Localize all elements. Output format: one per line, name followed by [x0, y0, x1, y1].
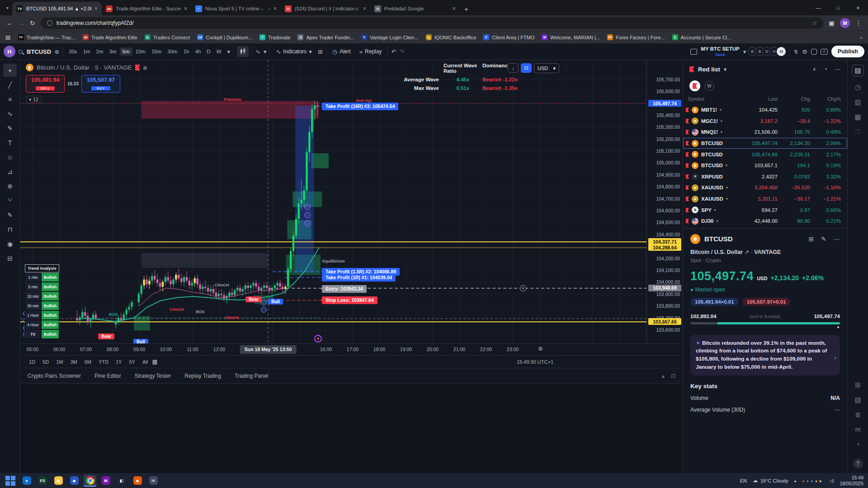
firefox-icon[interactable]: ◆: [131, 475, 144, 487]
footer-tab-pine-editor[interactable]: Pine Editor: [94, 373, 121, 379]
range-1D[interactable]: 1D: [26, 358, 38, 366]
bookmarks-overflow-icon[interactable]: »: [860, 35, 863, 40]
fullscreen-icon[interactable]: [811, 49, 817, 55]
back-icon[interactable]: ←: [6, 19, 13, 27]
layout-name-button[interactable]: MY BTC SETUP Save: [701, 46, 739, 56]
footer-tab-strategy-tester[interactable]: Strategy Tester: [135, 373, 171, 379]
quick-search-icon[interactable]: ↯: [793, 48, 798, 55]
site-settings-icon[interactable]: [47, 20, 52, 26]
close-button[interactable]: ×: [848, 5, 868, 11]
remove-drawings-tool[interactable]: ⊟: [3, 252, 17, 265]
timeframe-4h[interactable]: 4h: [192, 47, 203, 56]
browser-menu-icon[interactable]: ⋮: [855, 19, 862, 27]
row-flag-icon[interactable]: [686, 152, 689, 157]
row-flag-icon[interactable]: [686, 185, 689, 190]
tab-close-icon[interactable]: ×: [94, 5, 98, 12]
timeframe-10m[interactable]: 10m: [133, 47, 148, 56]
bookmark-item[interactable]: AApex Trader Fundin...: [297, 34, 354, 40]
tray-dot-icon[interactable]: ●: [819, 479, 821, 483]
trend-line-tool[interactable]: ╱: [3, 78, 17, 91]
range-5Y[interactable]: 5Y: [126, 358, 138, 366]
tray-dot-icon[interactable]: ●: [807, 479, 809, 483]
redo-icon[interactable]: ↷: [399, 48, 404, 55]
chat-panel-icon[interactable]: ✉: [855, 426, 861, 434]
range-All[interactable]: All: [139, 358, 151, 366]
footer-tab-crypto-pairs-screener[interactable]: Crypto Pairs Screener: [28, 373, 81, 379]
portfolio-pie-icon[interactable]: ◔: [824, 66, 827, 73]
detail-grid-icon[interactable]: ⊞: [809, 235, 814, 243]
bookmark-item[interactable]: IQIQONIC Backoffice: [426, 34, 476, 40]
alert-button[interactable]: ◷ Alert: [330, 47, 354, 56]
notifications-icon[interactable]: ◔: [856, 441, 860, 448]
brush-tool[interactable]: ✎: [3, 122, 17, 135]
range-1Y[interactable]: 1Y: [113, 358, 125, 366]
scroll-to-price-button[interactable]: ↓: [508, 63, 519, 73]
open-symbol-icon[interactable]: ↗: [744, 249, 749, 255]
bid-pill[interactable]: 105,491.94×0.01: [690, 298, 739, 306]
layout-select-icon[interactable]: [690, 49, 697, 55]
row-flag-icon[interactable]: [686, 197, 689, 201]
forward-icon[interactable]: →: [18, 19, 24, 27]
replay-button[interactable]: « Replay: [357, 47, 385, 56]
watchlist-row-MBT1![interactable]: ฿MBT1!104,4259250.89%: [683, 104, 847, 116]
tab-search-chevron-icon[interactable]: ▾: [6, 5, 9, 10]
taskbar-clock[interactable]: 15:49 18/05/2025: [840, 475, 863, 486]
watchlist-row-DJ30[interactable]: DJ3042,448.0089.800.21%: [683, 216, 847, 227]
timeframe-W[interactable]: W: [214, 47, 224, 56]
dom-panel-icon[interactable]: ≣: [855, 411, 861, 419]
range-5D[interactable]: 5D: [39, 358, 52, 366]
lock-tool[interactable]: ⊓: [3, 223, 17, 236]
row-flag-icon[interactable]: [686, 119, 689, 123]
tray-dot-icon[interactable]: ●: [815, 479, 817, 483]
expand-panel-icon[interactable]: ⊡: [671, 373, 675, 379]
bookmark-item[interactable]: skTrade Algorithm Elite: [83, 34, 137, 40]
row-flag-icon[interactable]: [686, 208, 689, 212]
legend-title[interactable]: Bitcoin / U.S. Dollar · 5 · VANTAGE: [37, 64, 132, 71]
ai-summary-note[interactable]: ✦Bitcoin rebounded over 39.1% in the pas…: [690, 335, 840, 376]
zoom-in-tool[interactable]: ⊕: [3, 179, 17, 192]
maximize-button[interactable]: □: [828, 5, 848, 10]
timeframe-3m[interactable]: 3m: [107, 47, 119, 56]
collapse-panel-icon[interactable]: ▴: [662, 373, 665, 379]
timeframe-5m[interactable]: 5m: [120, 47, 132, 56]
range-6M[interactable]: 6M: [81, 358, 94, 366]
symbol-search-icon[interactable]: [19, 50, 23, 54]
emoji-tool[interactable]: ☺: [3, 150, 17, 164]
ideas-panel-icon[interactable]: ♡: [855, 128, 861, 136]
url-text[interactable]: tradingview.com/chart/qfypAfZd/: [57, 20, 134, 26]
note-chevron-icon[interactable]: ›: [834, 353, 836, 362]
add-symbol-icon[interactable]: +: [812, 66, 816, 73]
footer-tab-replay-trading[interactable]: Replay Trading: [184, 373, 221, 379]
utc-clock[interactable]: 15:49:30 UTC+1: [517, 359, 553, 365]
bookmark-item[interactable]: FFForex Factory | Fore...: [607, 34, 665, 40]
fs-app-icon[interactable]: FS: [36, 475, 49, 487]
file-explorer-icon[interactable]: ▣: [52, 475, 65, 487]
watchlist-row-BTCUSD[interactable]: ฿BTCUSD105,497.742,134.202.06%: [683, 138, 847, 149]
bookmark-item[interactable]: cdCockpit | Duplikium...: [197, 34, 252, 40]
line-tools-icon[interactable]: ∿: [255, 48, 260, 55]
flag-icon[interactable]: [135, 65, 140, 70]
hotlists-panel-icon[interactable]: ▥: [854, 98, 861, 106]
indicator-templates-icon[interactable]: ⊞: [318, 48, 323, 55]
row-flag-icon[interactable]: [686, 108, 689, 112]
ruler-tool[interactable]: ⊿: [3, 165, 17, 178]
browser-tab[interactable]: skTrade Algorithm Elite - Success×: [102, 2, 191, 15]
pattern-tool[interactable]: ∿: [3, 107, 17, 120]
tab-close-icon[interactable]: ×: [184, 5, 187, 12]
tray-dot-icon[interactable]: ●: [811, 479, 813, 483]
timeframe-30s[interactable]: 30s: [66, 47, 80, 56]
candle-style-icon[interactable]: [237, 46, 249, 57]
tv-user-avatar[interactable]: H: [4, 46, 15, 57]
indicators-button[interactable]: ∿ Indicators ▾: [273, 47, 314, 56]
range-1M[interactable]: 1M: [53, 358, 66, 366]
entry-line-handle-icon[interactable]: +: [520, 285, 526, 291]
watchlist-row-MNQ1![interactable]: MNQ1!21,506.00105.750.49%: [683, 127, 847, 138]
watchlist-menu-icon[interactable]: ⋯: [835, 66, 841, 73]
browser-tab[interactable]: GPrekladač Google×: [370, 2, 460, 15]
chrome-icon[interactable]: [84, 475, 96, 487]
edge-icon[interactable]: e: [20, 475, 33, 487]
browser-tab[interactable]: D(524) Discord | # | indicator-c×: [281, 2, 370, 15]
time-axis[interactable]: ⚙ 05:0006:0007:0008:0009:0010:0011:0012:…: [20, 343, 683, 355]
row-flag-icon[interactable]: [686, 163, 689, 168]
bookmark-item[interactable]: FClient Area | FTMO: [483, 34, 534, 40]
